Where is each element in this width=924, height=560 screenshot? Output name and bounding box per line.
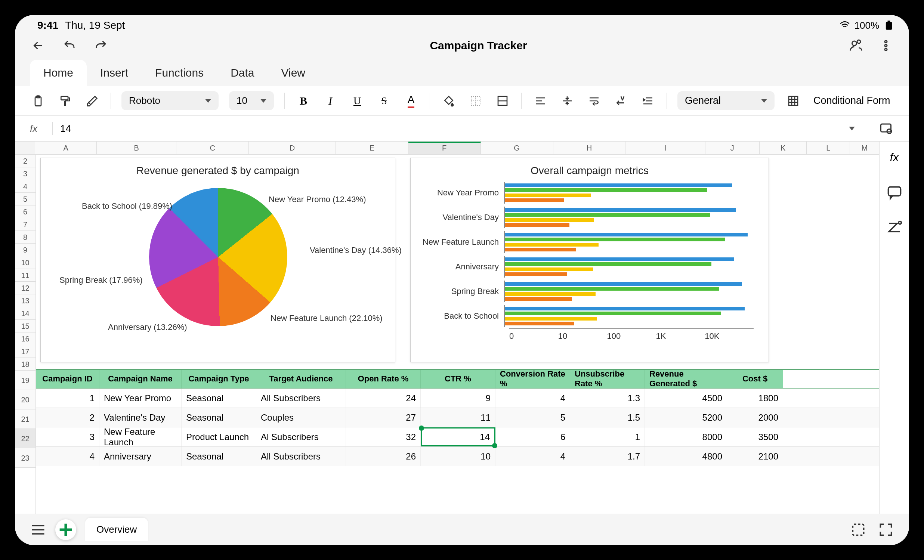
select-all-corner[interactable] (15, 142, 35, 154)
format-painter-button[interactable] (57, 93, 73, 109)
sheet-cells[interactable]: Revenue generated $ by campaign New Year… (36, 155, 879, 514)
table-cell[interactable]: Couples (256, 408, 346, 427)
column-header[interactable]: J (705, 142, 760, 154)
column-header[interactable]: D (249, 142, 336, 154)
insert-table-button[interactable] (785, 93, 801, 109)
text-rotation-button[interactable] (613, 93, 629, 109)
table-header-cell[interactable]: Revenue Generated $ (645, 370, 727, 388)
table-cell[interactable]: 26 (346, 447, 421, 466)
table-header-cell[interactable]: CTR % (421, 370, 495, 388)
row-header[interactable]: 20 (15, 390, 36, 409)
clear-format-button[interactable] (84, 93, 100, 109)
font-size-dropdown[interactable]: 10 (229, 91, 274, 110)
table-cell[interactable]: All Subscribers (256, 389, 346, 407)
font-family-dropdown[interactable]: Roboto (122, 91, 219, 110)
table-cell[interactable]: 3 (36, 427, 99, 446)
table-cell[interactable]: 9 (421, 389, 495, 407)
add-sheet-button[interactable] (55, 519, 76, 540)
row-header[interactable]: 4 (15, 180, 36, 193)
selection-mode-button[interactable] (850, 521, 867, 538)
paste-button[interactable] (30, 93, 46, 109)
table-cell[interactable]: All Subscribers (256, 447, 346, 466)
cell-view-button[interactable] (878, 120, 894, 137)
row-header[interactable]: 13 (15, 294, 36, 307)
row-header[interactable]: 18 (15, 358, 36, 371)
pie-chart[interactable]: Revenue generated $ by campaign New Year… (40, 158, 395, 362)
table-cell[interactable]: 4500 (645, 389, 727, 407)
table-cell[interactable]: 3500 (727, 427, 783, 446)
table-header-cell[interactable]: Open Rate % (346, 370, 421, 388)
formula-input[interactable]: 14 (60, 123, 842, 135)
table-cell[interactable]: 1.5 (570, 408, 645, 427)
row-header[interactable]: 9 (15, 244, 36, 256)
column-header[interactable]: L (807, 142, 850, 154)
column-header[interactable]: G (481, 142, 554, 154)
table-cell[interactable]: New Year Promo (99, 389, 182, 407)
table-cell[interactable]: 2100 (727, 447, 783, 466)
table-cell[interactable]: 4 (36, 447, 99, 466)
back-button[interactable] (30, 37, 46, 54)
row-header[interactable]: 10 (15, 256, 36, 269)
redo-button[interactable] (93, 37, 109, 54)
table-cell[interactable]: 24 (346, 389, 421, 407)
more-menu-button[interactable] (878, 37, 894, 54)
table-cell[interactable]: 32 (346, 427, 421, 446)
table-cell[interactable]: 1 (36, 389, 99, 407)
table-cell[interactable]: Valentine's Day (99, 408, 182, 427)
row-header[interactable]: 7 (15, 218, 36, 231)
table-cell[interactable]: 10 (421, 447, 495, 466)
table-cell[interactable]: Product Launch (182, 427, 256, 446)
column-header[interactable]: I (626, 142, 705, 154)
menu-tab-functions[interactable]: Functions (142, 60, 217, 86)
text-wrap-button[interactable] (586, 93, 602, 109)
align-middle-button[interactable] (559, 93, 575, 109)
column-header[interactable]: B (97, 142, 176, 154)
row-header[interactable]: 14 (15, 307, 36, 320)
share-button[interactable] (848, 37, 864, 54)
row-header[interactable]: 17 (15, 345, 36, 358)
number-format-dropdown[interactable]: General (677, 91, 774, 110)
table-cell[interactable]: 5200 (645, 408, 727, 427)
row-header[interactable]: 5 (15, 193, 36, 205)
fullscreen-button[interactable] (878, 521, 894, 538)
italic-button[interactable]: I (322, 93, 339, 109)
table-cell[interactable]: Al Subscribers (256, 427, 346, 446)
align-left-button[interactable] (532, 93, 549, 109)
table-cell[interactable]: Seasonal (182, 447, 256, 466)
table-cell[interactable]: 2 (36, 408, 99, 427)
font-color-button[interactable]: A (403, 93, 419, 109)
table-cell[interactable]: 1800 (727, 389, 783, 407)
table-header-cell[interactable]: Cost $ (727, 370, 783, 388)
column-header[interactable]: M (850, 142, 879, 154)
fill-color-button[interactable] (441, 93, 457, 109)
formula-expand-button[interactable] (849, 127, 855, 130)
row-header[interactable]: 11 (15, 269, 36, 281)
conditional-formatting-button[interactable]: Conditional Form (812, 92, 892, 109)
column-header[interactable]: E (336, 142, 408, 154)
row-header[interactable]: 8 (15, 231, 36, 244)
merge-cells-button[interactable] (494, 93, 511, 109)
table-header-cell[interactable]: Campaign ID (36, 370, 99, 388)
row-header[interactable]: 22 (15, 429, 36, 448)
zia-ai-button[interactable] (886, 219, 903, 236)
table-cell[interactable]: 1.3 (570, 389, 645, 407)
table-cell[interactable]: 11 (421, 408, 495, 427)
borders-button[interactable] (467, 93, 484, 109)
menu-tab-data[interactable]: Data (217, 60, 267, 86)
table-cell[interactable]: 4 (495, 447, 570, 466)
table-cell[interactable]: 27 (346, 408, 421, 427)
table-cell[interactable]: 4800 (645, 447, 727, 466)
table-cell[interactable]: Anniversary (99, 447, 182, 466)
menu-tab-home[interactable]: Home (30, 60, 87, 86)
sheet-tab-overview[interactable]: Overview (85, 518, 148, 541)
table-cell[interactable]: New Feature Launch (99, 427, 182, 446)
underline-button[interactable]: U (349, 93, 365, 109)
table-cell[interactable]: 4 (495, 389, 570, 407)
table-cell[interactable]: 1.7 (570, 447, 645, 466)
insert-function-button[interactable]: fx (886, 149, 903, 166)
column-header[interactable]: F (408, 142, 481, 154)
table-header-cell[interactable]: Campaign Type (182, 370, 256, 388)
comments-button[interactable] (886, 184, 903, 201)
row-header[interactable]: 19 (15, 371, 36, 390)
table-header-cell[interactable]: Unsubscribe Rate % (570, 370, 645, 388)
